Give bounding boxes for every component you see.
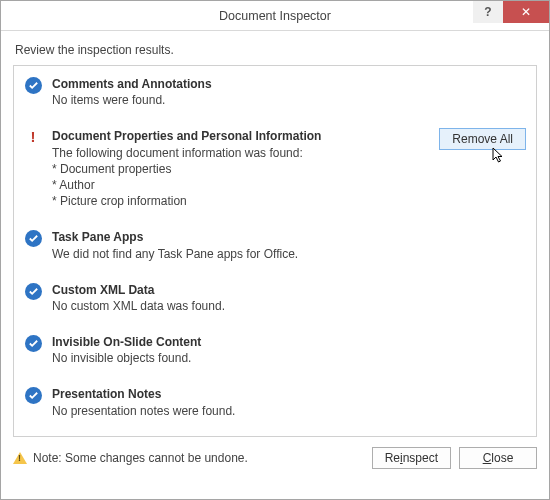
section-body: No items were found.: [52, 92, 526, 108]
help-button[interactable]: ?: [473, 1, 503, 23]
instruction-text: Review the inspection results.: [15, 43, 537, 57]
checkmark-icon: [25, 387, 42, 404]
section-document-properties: ! Document Properties and Personal Infor…: [14, 118, 536, 219]
section-title: Presentation Notes: [52, 386, 526, 402]
cursor-icon: [492, 147, 506, 165]
warning-triangle-icon: [13, 452, 27, 464]
remove-all-button[interactable]: Remove All: [439, 128, 526, 150]
section-item: * Picture crop information: [52, 193, 431, 209]
reinspect-button[interactable]: Reinspect: [372, 447, 451, 469]
footer-note: Note: Some changes cannot be undone.: [13, 451, 372, 465]
section-custom-xml: Custom XML Data No custom XML data was f…: [14, 272, 536, 324]
section-invisible-content: Invisible On-Slide Content No invisible …: [14, 324, 536, 376]
section-title: Custom XML Data: [52, 282, 526, 298]
section-item: * Document properties: [52, 161, 431, 177]
section-presentation-notes: Presentation Notes No presentation notes…: [14, 376, 536, 428]
window-controls: ? ✕: [473, 1, 549, 23]
close-button[interactable]: Close: [459, 447, 537, 469]
section-body: No custom XML data was found.: [52, 298, 526, 314]
dialog-footer: Note: Some changes cannot be undone. Rei…: [1, 437, 549, 481]
checkmark-icon: [25, 77, 42, 94]
section-body: We did not find any Task Pane apps for O…: [52, 246, 526, 262]
titlebar: Document Inspector ? ✕: [1, 1, 549, 31]
dialog-content: Review the inspection results. Comments …: [1, 31, 549, 437]
footer-note-text: Note: Some changes cannot be undone.: [33, 451, 248, 465]
checkmark-icon: [25, 283, 42, 300]
window-close-button[interactable]: ✕: [503, 1, 549, 23]
section-task-pane: Task Pane Apps We did not find any Task …: [14, 219, 536, 271]
window-title: Document Inspector: [1, 9, 549, 23]
results-panel: Comments and Annotations No items were f…: [13, 65, 537, 437]
section-title: Invisible On-Slide Content: [52, 334, 526, 350]
section-title: Task Pane Apps: [52, 229, 526, 245]
checkmark-icon: [25, 230, 42, 247]
exclamation-icon: !: [25, 129, 42, 144]
section-body: No presentation notes were found.: [52, 403, 526, 419]
section-item: * Author: [52, 177, 431, 193]
section-body: No invisible objects found.: [52, 350, 526, 366]
section-title: Comments and Annotations: [52, 76, 526, 92]
section-body-line: The following document information was f…: [52, 145, 431, 161]
section-title: Document Properties and Personal Informa…: [52, 128, 431, 144]
checkmark-icon: [25, 335, 42, 352]
section-comments: Comments and Annotations No items were f…: [14, 66, 536, 118]
